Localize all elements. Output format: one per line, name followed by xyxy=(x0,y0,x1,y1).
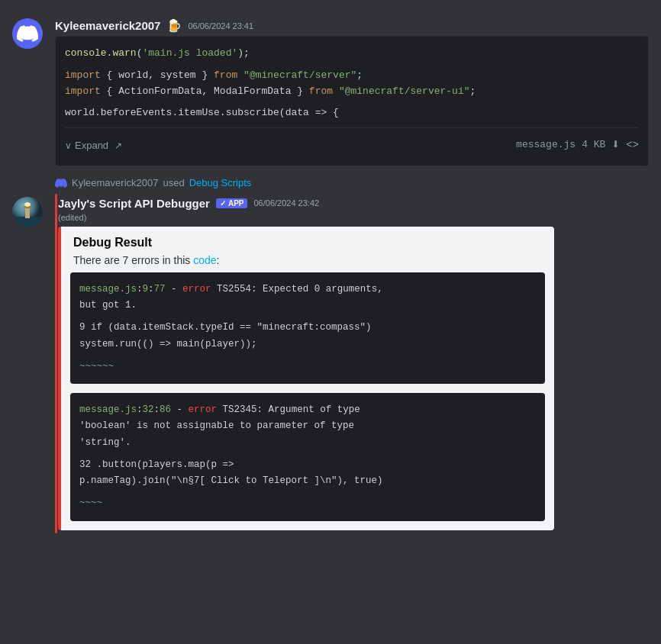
red-left-bar xyxy=(55,194,57,533)
error-block-2: message.js:32:86 - error TS2345: Argumen… xyxy=(70,393,545,521)
svg-rect-1 xyxy=(12,217,43,227)
expand-label: Expand xyxy=(75,140,108,151)
bot-avatar xyxy=(12,197,43,227)
debug-card-subtitle: There are 7 errors in this code: xyxy=(73,254,542,266)
blank xyxy=(79,314,536,320)
debug-card-header: Debug Result There are 7 errors in this … xyxy=(61,227,554,272)
error-2-code-2: p.nameTag).join("\n§7[ Click to Teleport… xyxy=(79,473,536,489)
error-block-1: message.js:9:77 - error TS2554: Expected… xyxy=(70,272,545,384)
error-1-code-2: system.run(() => main(player)); xyxy=(79,336,536,353)
emoji-badge-1: 🍺 xyxy=(166,18,182,33)
expand-arrows-icon: ↗ xyxy=(114,140,122,151)
error-1-line2: but got 1. xyxy=(79,298,536,314)
timestamp-1: 06/06/2024 23:41 xyxy=(188,21,253,31)
context-action: used xyxy=(163,177,184,188)
bot-message-content: Jayly's Script API Debugger ✓ APP 06/06/… xyxy=(55,197,649,530)
subtitle-suffix: : xyxy=(217,254,220,266)
error-2-line3: 'string'. xyxy=(79,435,536,451)
small-discord-icon xyxy=(55,177,67,189)
file-info: message.js 4 KB ⬇ <> xyxy=(516,134,639,156)
error-1-header: message.js:9:77 - error TS2554: Expected… xyxy=(79,282,536,298)
username-1: Kyleemaverick2007 xyxy=(55,19,160,32)
code-blank xyxy=(65,62,639,68)
code-line-1: console.warn('main.js loaded'); xyxy=(65,46,639,62)
file-name: message.js xyxy=(516,137,576,153)
bot-avatar-img xyxy=(12,197,43,227)
avatar-1 xyxy=(12,18,43,49)
chevron-down-icon: ∨ xyxy=(65,140,72,151)
checkmark-icon: ✓ xyxy=(220,199,226,208)
bot-avatar-svg xyxy=(12,197,43,227)
edited-label: (edited) xyxy=(58,213,649,222)
svg-point-5 xyxy=(25,202,30,207)
message-1: Kyleemaverick2007 🍺 06/06/2024 23:41 con… xyxy=(0,12,661,172)
debug-scripts-link[interactable]: Debug Scripts xyxy=(189,177,252,188)
error-1-code-1: 9 if (data.itemStack.typeId == "minecraf… xyxy=(79,320,536,336)
app-badge-label: APP xyxy=(228,199,244,208)
message-1-content: Kyleemaverick2007 🍺 06/06/2024 23:41 con… xyxy=(55,18,649,166)
context-username: Kyleemaverick2007 xyxy=(72,177,158,188)
bot-avatar-area xyxy=(12,197,43,530)
code-line-3: import { ActionFormData, ModalFormData }… xyxy=(65,84,639,100)
subtitle-prefix: There are 7 errors in this xyxy=(73,254,193,266)
bot-timestamp: 06/06/2024 23:42 xyxy=(253,198,319,208)
debug-result-title: Debug Result xyxy=(73,236,542,250)
bot-message-header: Jayly's Script API Debugger ✓ APP 06/06/… xyxy=(58,197,649,210)
code-line-2: import { world, system } from "@minecraf… xyxy=(65,68,639,84)
file-size: 4 KB xyxy=(582,137,605,153)
blank4 xyxy=(79,489,536,495)
code-footer: ∨ Expand ↗ message.js 4 KB ⬇ <> xyxy=(65,127,639,156)
bot-message: Jayly's Script API Debugger ✓ APP 06/06/… xyxy=(0,194,661,533)
error-2-line2: 'boolean' is not assignable to parameter… xyxy=(79,418,536,434)
error-2-header: message.js:32:86 - error TS2345: Argumen… xyxy=(79,402,536,418)
error-2-tilde: ~~~~ xyxy=(79,495,536,511)
bot-name: Jayly's Script API Debugger xyxy=(58,197,210,210)
context-bar: Kyleemaverick2007 used Debug Scripts xyxy=(0,175,661,194)
code-block-1: console.warn('main.js loaded'); import {… xyxy=(55,36,649,166)
app-badge: ✓ APP xyxy=(216,198,248,208)
error-2-code-1: 32 .button(players.map(p => xyxy=(79,457,536,473)
code-line-4: world.beforeEvents.itemUse.subscribe(dat… xyxy=(65,105,639,121)
download-icon[interactable]: ⬇ xyxy=(611,134,620,156)
error-1-tilde: ~~~~~~ xyxy=(79,359,536,375)
code-link[interactable]: code xyxy=(193,254,216,266)
code-view-icon[interactable]: <> xyxy=(626,137,639,153)
blank3 xyxy=(79,451,536,457)
expand-button[interactable]: ∨ Expand ↗ xyxy=(65,140,122,151)
debug-card: Debug Result There are 7 errors in this … xyxy=(58,227,554,530)
code-span: console xyxy=(65,47,107,59)
code-blank-2 xyxy=(65,99,639,105)
blank2 xyxy=(79,353,536,359)
message-1-header: Kyleemaverick2007 🍺 06/06/2024 23:41 xyxy=(55,18,649,33)
